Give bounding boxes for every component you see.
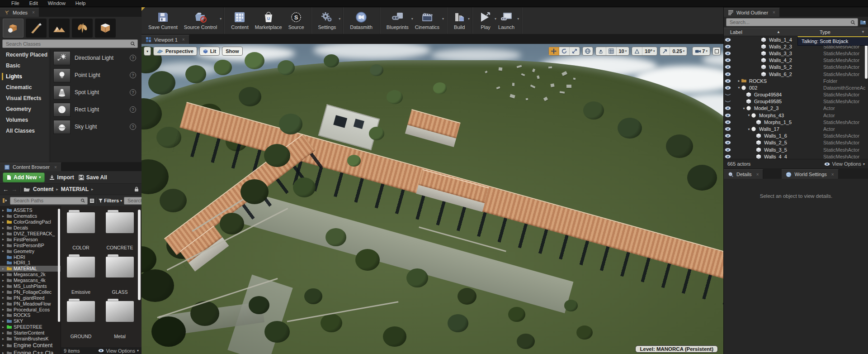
expander-icon[interactable]: ▸: [1, 249, 5, 253]
eye-icon[interactable]: [724, 44, 732, 49]
eye-icon[interactable]: [724, 140, 732, 145]
asset-folder-metal[interactable]: Metal: [105, 301, 134, 339]
rotation-snap-value[interactable]: 10° ▾: [642, 47, 657, 55]
folder-tree-item-firstperson[interactable]: ▸FirstPerson: [0, 236, 61, 242]
placeable-rect-light[interactable]: Rect Light?: [50, 101, 142, 118]
category-visual-effects[interactable]: Visual Effects: [0, 93, 49, 104]
expander-icon[interactable]: ▸: [737, 79, 741, 83]
asset-folder-glass[interactable]: GLASS: [105, 257, 134, 295]
view-mode-button[interactable]: Lit: [199, 47, 220, 56]
menu-help[interactable]: Help: [71, 0, 91, 7]
chevron-down-icon[interactable]: ▾: [517, 17, 519, 21]
source-button[interactable]: SSource: [285, 7, 307, 34]
menu-file[interactable]: File: [6, 0, 24, 7]
outliner-row-walls-5-2[interactable]: Walls_5_2StaticMeshActor: [724, 64, 868, 71]
asset-folder-concrete[interactable]: CONCRETE: [105, 212, 134, 250]
help-icon[interactable]: ?: [130, 106, 136, 113]
breadcrumb-material[interactable]: MATERIAL: [61, 186, 89, 192]
source-control-button[interactable]: ▾Source Control: [181, 7, 220, 34]
folder-tree-item-sky[interactable]: ▸SKY: [0, 318, 61, 324]
eye-icon[interactable]: [724, 79, 732, 83]
asset-folder-emissive[interactable]: Emissive: [66, 257, 95, 295]
expander-icon[interactable]: ▾: [742, 106, 746, 110]
column-filter-icon[interactable]: ▼: [861, 30, 865, 34]
save-all-button[interactable]: Save All: [79, 174, 107, 181]
help-icon[interactable]: ?: [130, 55, 136, 61]
close-icon[interactable]: ×: [773, 10, 775, 15]
camera-mode-button[interactable]: Perspective: [153, 47, 197, 56]
launch-button[interactable]: ▾Launch: [495, 7, 518, 34]
expander-icon[interactable]: ▸: [1, 313, 5, 317]
eye-icon[interactable]: [724, 38, 732, 42]
folder-tree-item-procedural-ecos[interactable]: ▸Procedural_Ecos: [0, 306, 61, 312]
folder-tree-item-engine-content[interactable]: ▸Engine Content: [0, 341, 61, 349]
eye-icon[interactable]: [724, 65, 732, 69]
outliner-row-walls-17[interactable]: ▾Walls_17Actor: [724, 125, 868, 132]
outliner-row-morphs-43[interactable]: ▾Morphs_43Actor: [724, 112, 868, 119]
folder-tree-item-hdri-1[interactable]: HDRI_1: [0, 260, 61, 266]
help-icon[interactable]: ?: [130, 72, 136, 78]
help-icon[interactable]: ?: [130, 124, 136, 130]
save-current-button[interactable]: Save Current: [145, 7, 181, 34]
outliner-row-walls-4-4[interactable]: Walls_4_4StaticMeshActor: [724, 153, 868, 159]
placeable-sky-light[interactable]: Sky Light?: [50, 118, 142, 135]
filters-button[interactable]: Filters ▾: [99, 198, 122, 203]
view-options-button[interactable]: View Options ▾: [98, 348, 139, 354]
expander-icon[interactable]: ▸: [1, 237, 5, 241]
scale-snap-value[interactable]: 0.25 ▾: [670, 47, 687, 55]
expander-icon[interactable]: ▸: [1, 273, 5, 277]
expander-icon[interactable]: ▸: [1, 208, 5, 212]
expander-icon[interactable]: ▸: [1, 226, 5, 230]
folder-tree-item-engine-c-cla[interactable]: ▸Engine C++ Cla: [0, 349, 61, 354]
blueprints-button[interactable]: ▾Blueprints: [383, 7, 412, 34]
expander-icon[interactable]: ▸: [1, 290, 5, 294]
show-flags-button[interactable]: Show: [222, 47, 242, 56]
chevron-down-icon[interactable]: ▾: [442, 17, 444, 21]
folder-tree-item-firstpersonbp[interactable]: ▸FirstPersonBP: [0, 242, 61, 248]
search-paths-input[interactable]: [13, 197, 79, 204]
folder-tree-item-dviz-treepack[interactable]: ▸DVIZ_TREEPACK_: [0, 231, 61, 237]
asset-folder-ground[interactable]: GROUND: [66, 301, 95, 339]
folder-tree-item-terrainbrushesk[interactable]: ▸TerrainBrushesK: [0, 336, 61, 342]
eye-icon[interactable]: [724, 148, 732, 152]
folder-tree-item-ms-lushplants[interactable]: ▸MS_LushPlants: [0, 283, 61, 289]
chevron-down-icon[interactable]: ▾: [468, 17, 470, 21]
chevron-down-icon[interactable]: ▾: [339, 17, 340, 21]
scrollbar[interactable]: [138, 210, 141, 300]
eye-icon[interactable]: [724, 120, 732, 124]
expander-icon[interactable]: ▸: [1, 301, 5, 306]
eye-icon[interactable]: [724, 58, 732, 62]
move-tool-button[interactable]: [549, 47, 559, 55]
folder-tree-item-megascans-2k[interactable]: ▸Megascans_2k: [0, 272, 61, 277]
cinematics-button[interactable]: ▾Cinematics: [412, 7, 443, 34]
category-geometry[interactable]: Geometry: [0, 104, 49, 115]
folder-tree-item-colorgradingpacl[interactable]: ▸ColorGradingPacl: [0, 219, 61, 225]
eye-closed-icon[interactable]: [724, 92, 732, 97]
outliner-row-walls-6-2[interactable]: Walls_6_2StaticMeshActor: [724, 71, 868, 77]
placeable-point-light[interactable]: Point Light?: [50, 67, 142, 84]
folder-tree-item-pn-giantreed[interactable]: ▸PN_giantReed: [0, 295, 61, 301]
category-volumes[interactable]: Volumes: [0, 115, 49, 125]
expander-icon[interactable]: ▸: [1, 284, 5, 288]
category-lights[interactable]: Lights: [0, 71, 49, 82]
close-icon[interactable]: ×: [182, 37, 185, 42]
category-basic[interactable]: Basic: [0, 60, 49, 71]
outliner-row-walls-3-3[interactable]: Walls_3_3StaticMeshActor: [724, 50, 868, 57]
import-button[interactable]: Import: [49, 174, 74, 181]
category-cinematic[interactable]: Cinematic: [0, 82, 49, 93]
coordinate-system-button[interactable]: [582, 47, 593, 56]
eye-icon[interactable]: [724, 86, 732, 90]
grid-snap-value[interactable]: 10 ▾: [617, 47, 629, 55]
eye-icon[interactable]: [724, 154, 732, 159]
outliner-row-002[interactable]: ▾002DatasmithSceneAc: [724, 84, 868, 91]
expander-icon[interactable]: ▸: [1, 220, 5, 224]
mode-place-button[interactable]: [3, 19, 24, 38]
add-new-button[interactable]: Add New ▾: [3, 172, 45, 182]
expander-icon[interactable]: ▸: [1, 267, 5, 271]
column-label[interactable]: Label ▲: [724, 29, 820, 35]
tab-world-outliner[interactable]: World Outliner ×: [724, 8, 780, 17]
marketplace-button[interactable]: UMarketplace: [252, 7, 285, 34]
folder-tree-item-geometry[interactable]: ▸Geometry: [0, 248, 61, 254]
play-button[interactable]: ▾Play: [476, 7, 495, 34]
close-icon[interactable]: ×: [831, 172, 834, 177]
